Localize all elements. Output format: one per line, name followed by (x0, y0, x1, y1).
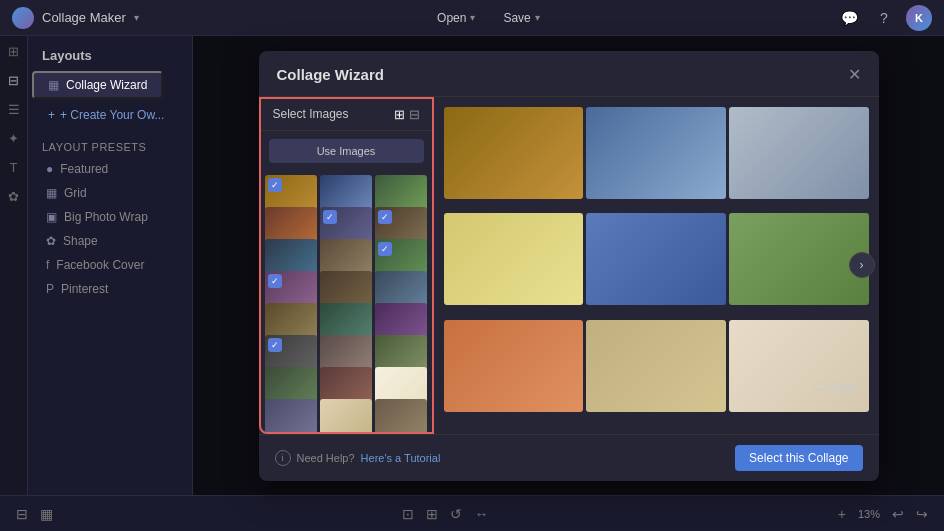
facebook-icon: f (46, 258, 49, 272)
collage-cell-5 (586, 213, 726, 305)
iconbar-text[interactable]: T (10, 160, 18, 175)
grid-view-button[interactable]: ⊞ (394, 107, 405, 122)
sidebar-item-grid[interactable]: ▦ Grid (32, 181, 188, 205)
collage-cell-3 (729, 107, 869, 199)
thumb-check-9: ✓ (378, 242, 392, 256)
thumb-check-1: ✓ (268, 178, 282, 192)
thumb-24[interactable] (375, 399, 427, 432)
modal-close-button[interactable]: ✕ (848, 65, 861, 84)
sidebar-item-facebook-cover[interactable]: f Facebook Cover (32, 253, 188, 277)
shape-icon: ✿ (46, 234, 56, 248)
iconbar-layers[interactable]: ⊞ (8, 44, 19, 59)
iconbar-list[interactable]: ☰ (8, 102, 20, 117)
save-arrow: ▾ (535, 12, 540, 23)
plus-icon: + (48, 108, 55, 122)
bottom-flip-icon[interactable]: ↔ (474, 506, 488, 522)
image-selector-panel: Select Images ⊞ ⊟ Use Images ✓ (259, 97, 434, 434)
help-text: Need Help? (297, 452, 355, 464)
image-thumbnail-grid: ✓ ✓ ✓ (261, 171, 432, 432)
sidebar-item-collage-wizard[interactable]: ▦ Collage Wizard (32, 71, 163, 99)
big-photo-icon: ▣ (46, 210, 57, 224)
use-images-button[interactable]: Use Images (269, 139, 424, 163)
grid-icon: ▦ (46, 186, 57, 200)
zoom-in-icon[interactable]: + (838, 506, 846, 522)
tutorial-link[interactable]: Here's a Tutorial (361, 452, 441, 464)
zoom-level: 13% (858, 508, 880, 520)
bottom-table-icon[interactable]: ▦ (40, 506, 53, 522)
collage-cell-9 (729, 320, 869, 412)
thumb-check-16: ✓ (268, 338, 282, 352)
top-bar-center: Open ▾ Save ▾ (431, 9, 546, 27)
open-arrow: ▾ (470, 12, 475, 23)
bottom-right: + 13% ↩ ↪ (838, 506, 928, 522)
select-images-label: Select Images (273, 107, 349, 121)
bottom-left: ⊟ ▦ (16, 506, 53, 522)
content-area: Collage Wizard ✕ Select Images ⊞ ⊟ (193, 36, 944, 495)
bottom-rotate-icon[interactable]: ↺ (450, 506, 462, 522)
top-bar: Collage Maker ▾ Open ▾ Save ▾ 💬 ? K (0, 0, 944, 36)
sidebar-item-pinterest[interactable]: P Pinterest (32, 277, 188, 301)
help-section: i Need Help? Here's a Tutorial (275, 450, 441, 466)
thumb-check-5: ✓ (323, 210, 337, 224)
help-icon[interactable]: ? (872, 6, 896, 30)
modal-body: Select Images ⊞ ⊟ Use Images ✓ (259, 97, 879, 434)
thumb-check-10: ✓ (268, 274, 282, 288)
sidebar-item-shape[interactable]: ✿ Shape (32, 229, 188, 253)
bottom-crop-icon[interactable]: ⊡ (402, 506, 414, 522)
collage-cell-1 (444, 107, 584, 199)
collage-wizard-modal: Collage Wizard ✕ Select Images ⊞ ⊟ (259, 51, 879, 481)
redo-icon[interactable]: ↪ (916, 506, 928, 522)
list-view-button[interactable]: ⊟ (409, 107, 420, 122)
bottom-resize-icon[interactable]: ⊞ (426, 506, 438, 522)
undo-icon[interactable]: ↩ (892, 506, 904, 522)
app-logo (12, 7, 34, 29)
main-layout: ⊞ ⊟ ☰ ✦ T ✿ Layouts ▦ Collage Wizard + +… (0, 36, 944, 495)
layout-presets-title: Layout Presets (28, 135, 192, 157)
top-bar-left: Collage Maker ▾ (12, 7, 139, 29)
collage-wizard-icon: ▦ (48, 78, 59, 92)
info-icon: i (275, 450, 291, 466)
modal-footer: i Need Help? Here's a Tutorial Select th… (259, 434, 879, 481)
create-your-own-button[interactable]: + + Create Your Ow... (38, 103, 174, 127)
user-avatar[interactable]: K (906, 5, 932, 31)
sidebar-title: Layouts (28, 44, 192, 71)
modal-header: Collage Wizard ✕ (259, 51, 879, 97)
modal-title: Collage Wizard (277, 66, 384, 83)
icon-bar: ⊞ ⊟ ☰ ✦ T ✿ (0, 36, 28, 495)
sidebar-item-big-photo-wrap[interactable]: ▣ Big Photo Wrap (32, 205, 188, 229)
iconbar-grid[interactable]: ⊟ (8, 73, 19, 88)
modal-overlay: Collage Wizard ✕ Select Images ⊞ ⊟ (193, 36, 944, 495)
pinterest-icon: P (46, 282, 54, 296)
app-menu-arrow[interactable]: ▾ (134, 12, 139, 23)
collage-cell-6 (729, 213, 869, 305)
bottom-center: ⊡ ⊞ ↺ ↔ (402, 506, 488, 522)
thumb-22[interactable] (265, 399, 317, 432)
iconbar-effects[interactable]: ✿ (8, 189, 19, 204)
collage-cell-8 (586, 320, 726, 412)
collage-cell-4 (444, 213, 584, 305)
thumb-check-6: ✓ (378, 210, 392, 224)
collage-grid (444, 107, 869, 424)
next-collage-button[interactable]: › (849, 252, 875, 278)
featured-icon: ● (46, 162, 53, 176)
save-button[interactable]: Save ▾ (497, 9, 545, 27)
collage-label: Collage (814, 379, 858, 394)
top-bar-right: 💬 ? K (838, 5, 932, 31)
collage-cell-2 (586, 107, 726, 199)
selector-header: Select Images ⊞ ⊟ (261, 99, 432, 131)
thumb-23[interactable] (320, 399, 372, 432)
app-title: Collage Maker (42, 10, 126, 25)
open-button[interactable]: Open ▾ (431, 9, 481, 27)
sidebar: Layouts ▦ Collage Wizard + + Create Your… (28, 36, 193, 495)
chat-icon[interactable]: 💬 (838, 6, 862, 30)
sidebar-item-featured[interactable]: ● Featured (32, 157, 188, 181)
collage-cell-7 (444, 320, 584, 412)
bottom-grid-icon[interactable]: ⊟ (16, 506, 28, 522)
bottom-bar: ⊟ ▦ ⊡ ⊞ ↺ ↔ + 13% ↩ ↪ (0, 495, 944, 531)
select-collage-button[interactable]: Select this Collage (735, 445, 862, 471)
collage-preview-panel: Collage › (434, 97, 879, 434)
view-toggle: ⊞ ⊟ (394, 107, 420, 122)
iconbar-shapes[interactable]: ✦ (8, 131, 19, 146)
